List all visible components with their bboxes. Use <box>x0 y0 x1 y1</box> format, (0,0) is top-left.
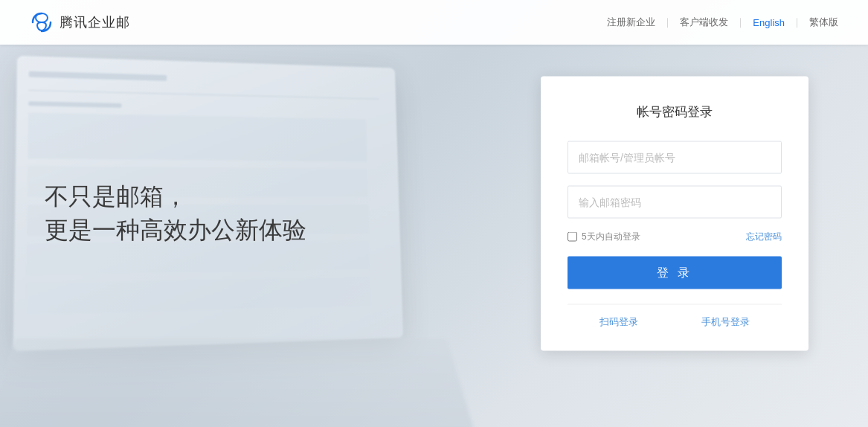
tagline-line2: 更是一种高效办公新体验 <box>45 214 306 247</box>
password-input[interactable] <box>568 186 782 219</box>
header-nav: 注册新企业 ｜ 客户端收发 ｜ English ｜ 繁体版 <box>607 16 838 29</box>
traditional-link[interactable]: 繁体版 <box>809 16 838 29</box>
card-footer: 扫码登录 手机号登录 <box>568 304 782 329</box>
tagline-line1: 不只是邮箱， <box>45 180 306 214</box>
sep2: ｜ <box>736 16 745 29</box>
english-link[interactable]: English <box>753 17 785 28</box>
auto-login-text: 5天内自动登录 <box>582 231 640 243</box>
tagline: 不只是邮箱， 更是一种高效办公新体验 <box>45 180 306 247</box>
auto-login-checkbox[interactable] <box>568 232 577 242</box>
auto-login-label[interactable]: 5天内自动登录 <box>568 231 640 243</box>
keyboard <box>0 338 478 427</box>
tencent-logo-icon <box>30 10 54 34</box>
email-input[interactable] <box>568 141 782 174</box>
sep1: ｜ <box>663 16 672 29</box>
email-form-group <box>568 141 782 174</box>
sep3: ｜ <box>792 16 802 29</box>
logo-text: 腾讯企业邮 <box>60 13 130 31</box>
register-link[interactable]: 注册新企业 <box>607 16 655 29</box>
password-form-group <box>568 186 782 219</box>
forgot-password-link[interactable]: 忘记密码 <box>746 231 782 243</box>
form-options: 5天内自动登录 忘记密码 <box>568 231 782 243</box>
login-button[interactable]: 登 录 <box>568 257 782 289</box>
logo: 腾讯企业邮 <box>30 10 130 34</box>
phone-login-link[interactable]: 手机号登录 <box>701 315 750 329</box>
header: 腾讯企业邮 注册新企业 ｜ 客户端收发 ｜ English ｜ 繁体版 <box>0 0 868 45</box>
client-link[interactable]: 客户端收发 <box>680 16 728 29</box>
qr-login-link[interactable]: 扫码登录 <box>599 315 638 329</box>
card-title: 帐号密码登录 <box>568 103 782 121</box>
login-card: 帐号密码登录 5天内自动登录 忘记密码 登 录 扫码登录 手机号登录 <box>541 77 808 351</box>
